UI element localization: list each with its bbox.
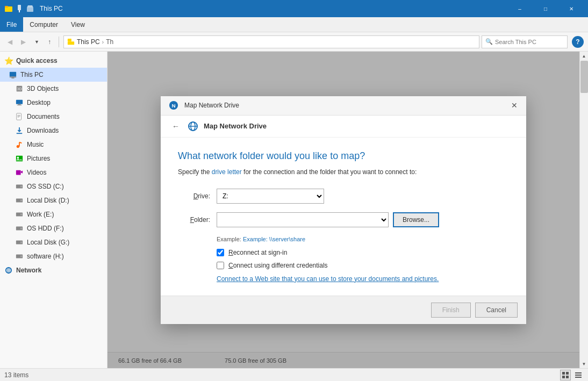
cancel-button[interactable]: Cancel [475,303,518,318]
scroll-down-button[interactable]: ▼ [580,360,589,368]
maximize-button[interactable]: □ [533,0,558,17]
recent-button[interactable]: ▼ [31,35,42,49]
status-bar: 13 items [0,368,588,381]
dialog-footer: Finish Cancel [161,296,526,324]
svg-rect-47 [566,372,569,375]
sidebar-3d-objects[interactable]: 3D 3D Objects [0,82,107,96]
menu-view[interactable]: View [64,17,91,32]
detail-view-button[interactable] [573,370,584,380]
sidebar-pictures[interactable]: Pictures [0,152,107,166]
sidebar-music[interactable]: Music [0,138,107,152]
search-bar[interactable]: 🔍 [482,35,568,48]
dialog-heading: What network folder would you like to ma… [178,150,509,162]
search-icon: 🔍 [485,38,493,45]
search-input[interactable] [495,39,564,45]
main-layout: ⭐ Quick access This PC 3D 3D Objects Des… [0,52,588,368]
svg-rect-7 [10,72,16,77]
drive-control-group: Z: Y: X: W: V: U: [217,189,324,204]
svg-point-29 [20,199,23,202]
drive-select[interactable]: Z: Y: X: W: V: U: [217,189,324,204]
svg-rect-49 [566,376,569,378]
sidebar-local-d[interactable]: Local Disk (D:) [0,193,107,207]
sidebar-os-ssd[interactable]: OS SSD (C:) [0,179,107,193]
web-site-link[interactable]: Connect to a Web site that you can use t… [217,275,439,283]
svg-point-33 [20,227,23,229]
svg-rect-46 [562,372,565,375]
folder-label: Folder: [178,216,210,224]
menu-bar: File Computer View [0,17,588,32]
close-button[interactable]: ✕ [559,0,584,17]
forward-button[interactable]: ▶ [18,35,29,49]
dialog-back-button[interactable]: ← [169,120,182,133]
sidebar-documents[interactable]: Documents [0,110,107,124]
sidebar-local-g[interactable]: Local Disk (G:) [0,235,107,249]
svg-rect-51 [575,375,582,376]
sidebar-work-e[interactable]: Work (E:) [0,207,107,221]
svg-rect-2 [18,5,21,10]
minimize-button[interactable]: – [507,0,532,17]
pc-icon [9,70,17,79]
dialog-globe-icon [187,120,199,133]
different-credentials-checkbox[interactable] [217,262,224,269]
download-icon [15,126,24,135]
dialog-description: Specify the drive letter for the connect… [178,168,509,176]
svg-rect-1 [5,6,8,8]
svg-text:3D: 3D [17,87,22,91]
svg-rect-8 [10,77,16,78]
folder-control-group: Browse... [217,212,439,227]
address-text: This PC [77,38,100,46]
svg-rect-9 [11,77,14,78]
list-view-button[interactable] [560,370,571,380]
star-icon: ⭐ [4,56,13,65]
sidebar-network[interactable]: Network [0,263,107,277]
folder-select[interactable] [217,212,389,227]
documents-icon [15,112,24,121]
svg-rect-52 [575,377,582,378]
music-icon [15,140,24,149]
scroll-thumb[interactable] [580,61,588,93]
svg-rect-4 [27,8,33,12]
address-bar[interactable]: This PC › Th [63,35,479,48]
different-credentials-label[interactable]: Connect using different credentials [228,262,328,269]
scroll-up-button[interactable]: ▲ [580,52,589,60]
sidebar-quick-access[interactable]: ⭐ Quick access [0,54,107,68]
drive-label: Drive: [178,192,210,200]
address-current: Th [106,38,113,46]
svg-rect-5 [68,38,71,41]
menu-file[interactable]: File [0,17,23,32]
item-count: 13 items [4,371,28,379]
sidebar-downloads[interactable]: Downloads [0,124,107,138]
browse-button[interactable]: Browse... [393,212,439,227]
back-button[interactable]: ◀ [4,35,16,49]
dialog-title: Map Network Drive [184,102,505,109]
sidebar-desktop[interactable]: Desktop [0,96,107,110]
folder-icon [4,4,13,13]
right-scrollbar: ▲ ▼ [579,52,588,368]
drive-form-row: Drive: Z: Y: X: W: V: U: [178,189,509,204]
window-controls: – □ ✕ [507,0,584,17]
svg-rect-48 [562,376,565,378]
reconnect-checkbox[interactable] [217,249,224,256]
desktop-icon [15,98,24,107]
dialog-content: What network folder would you like to ma… [161,138,526,296]
help-button[interactable]: ? [572,36,584,48]
up-button[interactable]: ↑ [45,35,54,49]
svg-text:N: N [171,103,175,109]
pictures-icon [15,154,24,163]
menu-computer[interactable]: Computer [23,17,64,32]
dialog-close-button[interactable]: ✕ [509,100,520,111]
drive-d-icon [15,196,24,205]
sidebar-this-pc[interactable]: This PC [0,68,107,82]
finish-button[interactable]: Finish [431,303,471,318]
sidebar-os-hdd-f[interactable]: OS HDD (F:) [0,221,107,235]
sidebar-software-h[interactable]: software (H:) [0,249,107,263]
example-text: Example: Example: \\server\share [217,236,509,242]
reconnect-label[interactable]: Reconnect at sign-in [228,249,287,256]
drive-c-icon [15,182,24,191]
drive-f-icon [15,224,24,233]
svg-rect-14 [17,105,22,105]
sidebar-videos[interactable]: Videos [0,166,107,179]
videos-icon [15,168,24,177]
svg-rect-50 [575,372,582,373]
title-bar-icons [4,4,34,13]
